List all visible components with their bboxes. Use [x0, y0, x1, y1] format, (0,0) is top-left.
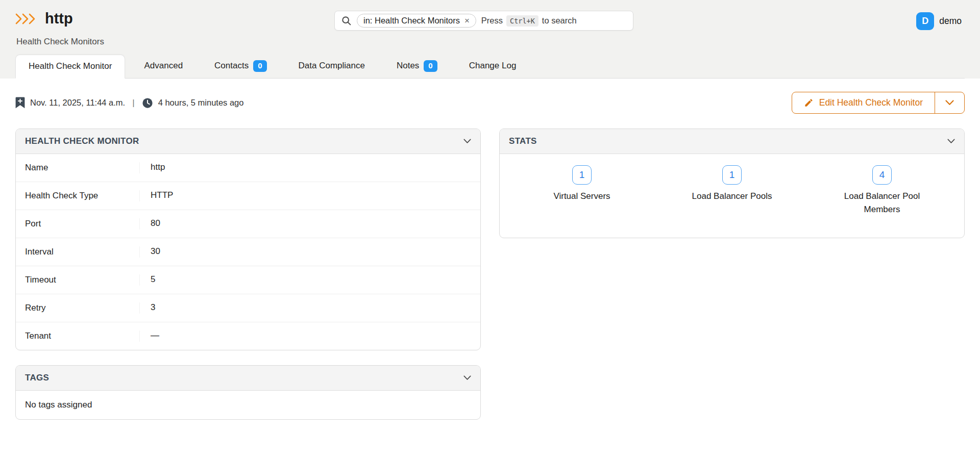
- table-row: Name http: [16, 154, 480, 182]
- edit-split-button: Edit Health Check Monitor: [792, 92, 965, 114]
- attr-label: Timeout: [25, 275, 139, 285]
- tab-label: Contacts: [214, 61, 249, 71]
- edit-dropdown-toggle[interactable]: [935, 92, 964, 113]
- table-row: Port 80: [16, 210, 480, 238]
- stats-card-header: STATS: [500, 129, 964, 154]
- global-search-input[interactable]: in: Health Check Monitors × Press Ctrl+K…: [334, 11, 633, 31]
- record-timestamps: Nov. 11, 2025, 11:44 a.m. | 4 hours, 5 m…: [15, 97, 243, 109]
- keyboard-shortcut-badge: Ctrl+K: [506, 15, 538, 27]
- user-menu[interactable]: D demo: [916, 12, 962, 30]
- created-datetime: Nov. 11, 2025, 11:44 a.m.: [30, 98, 125, 108]
- avatar[interactable]: D: [916, 12, 934, 30]
- tab-notes[interactable]: Notes 0: [384, 55, 450, 78]
- search-icon: [341, 15, 352, 26]
- health-check-monitor-card: HEALTH CHECK MONITOR Name http Health Ch…: [15, 129, 481, 350]
- search-hint-suffix: to search: [542, 16, 577, 26]
- stat-count-button[interactable]: 1: [722, 165, 742, 185]
- attr-value: —: [139, 330, 471, 342]
- tab-contacts[interactable]: Contacts 0: [202, 55, 279, 78]
- attr-label: Name: [25, 163, 139, 173]
- health-check-monitor-card-header: HEALTH CHECK MONITOR: [16, 129, 480, 154]
- tab-bar: Health Check Monitor Advanced Contacts 0…: [15, 55, 965, 79]
- tab-health-check-monitor[interactable]: Health Check Monitor: [15, 55, 125, 79]
- tab-label: Notes: [397, 61, 419, 71]
- page-title: http: [45, 11, 73, 26]
- attr-value: 3: [139, 302, 471, 314]
- bookmark-plus-icon[interactable]: [15, 97, 25, 109]
- chip-close-icon[interactable]: ×: [464, 16, 470, 25]
- table-row: Interval 30: [16, 238, 480, 266]
- attr-label: Health Check Type: [25, 191, 139, 201]
- stat-load-balancer-pool-members: 4 Load Balancer Pool Members: [807, 165, 957, 217]
- tab-change-log[interactable]: Change Log: [456, 55, 529, 78]
- record-meta-row: Nov. 11, 2025, 11:44 a.m. | 4 hours, 5 m…: [15, 91, 965, 115]
- cards-grid: HEALTH CHECK MONITOR Name http Health Ch…: [15, 129, 965, 420]
- collapse-chevron-icon[interactable]: [947, 139, 955, 144]
- table-row: Health Check Type HTTP: [16, 182, 480, 210]
- stat-label: Load Balancer Pools: [692, 190, 772, 203]
- main-content: Nov. 11, 2025, 11:44 a.m. | 4 hours, 5 m…: [0, 79, 980, 435]
- left-column: HEALTH CHECK MONITOR Name http Health Ch…: [15, 129, 481, 420]
- search-scope-label: in: Health Check Monitors: [363, 16, 460, 26]
- brand: http: [15, 11, 73, 26]
- tags-card: TAGS No tags assigned: [15, 365, 481, 420]
- stats-body: 1 Virtual Servers 1 Load Balancer Pools …: [500, 154, 964, 238]
- tags-card-header: TAGS: [16, 366, 480, 391]
- stats-card: STATS 1 Virtual Servers 1 Load Balancer …: [499, 129, 965, 239]
- stat-count-button[interactable]: 4: [872, 165, 892, 185]
- clock-icon: [142, 97, 153, 109]
- card-title: STATS: [509, 136, 537, 146]
- attr-label: Interval: [25, 247, 139, 257]
- search-hint-prefix: Press: [481, 16, 503, 26]
- stat-count-button[interactable]: 1: [572, 165, 592, 185]
- attr-label: Tenant: [25, 331, 139, 341]
- stat-label: Virtual Servers: [553, 190, 610, 203]
- tab-label: Health Check Monitor: [29, 61, 112, 71]
- pencil-icon: [804, 98, 814, 108]
- chevron-down-icon: [945, 100, 954, 106]
- last-updated-relative: 4 hours, 5 minutes ago: [158, 98, 244, 108]
- top-bar: http in: Health Check Monitors × Press C…: [15, 0, 965, 36]
- search-scope-chip[interactable]: in: Health Check Monitors ×: [357, 14, 476, 28]
- attr-value: 30: [139, 246, 471, 258]
- username: demo: [939, 16, 962, 27]
- edit-health-check-monitor-button[interactable]: Edit Health Check Monitor: [792, 92, 935, 113]
- breadcrumb[interactable]: Health Check Monitors: [15, 36, 965, 47]
- right-column: STATS 1 Virtual Servers 1 Load Balancer …: [499, 129, 965, 239]
- table-row: Timeout 5: [16, 266, 480, 294]
- collapse-chevron-icon[interactable]: [463, 375, 471, 380]
- tags-empty-text: No tags assigned: [16, 391, 480, 419]
- card-title: HEALTH CHECK MONITOR: [25, 136, 139, 146]
- attr-label: Port: [25, 219, 139, 229]
- contacts-count-badge: 0: [253, 60, 266, 72]
- tab-label: Advanced: [144, 61, 183, 71]
- card-title: TAGS: [25, 373, 49, 383]
- attr-value: 80: [139, 218, 471, 230]
- stat-label: Load Balancer Pool Members: [827, 190, 937, 217]
- tab-data-compliance[interactable]: Data Compliance: [286, 55, 378, 78]
- notes-count-badge: 0: [424, 60, 437, 72]
- stat-virtual-servers: 1 Virtual Servers: [507, 165, 657, 217]
- attr-value: 5: [139, 274, 471, 286]
- collapse-chevron-icon[interactable]: [463, 139, 471, 144]
- attr-label: Retry: [25, 303, 139, 313]
- page-header: http in: Health Check Monitors × Press C…: [0, 0, 980, 79]
- edit-button-label: Edit Health Check Monitor: [819, 97, 923, 108]
- table-row: Tenant —: [16, 322, 480, 350]
- attr-value: http: [139, 162, 471, 173]
- stat-load-balancer-pools: 1 Load Balancer Pools: [657, 165, 807, 217]
- table-row: Retry 3: [16, 294, 480, 322]
- tab-label: Data Compliance: [299, 61, 365, 71]
- attr-value: HTTP: [139, 190, 471, 201]
- search-hint: Press Ctrl+K to search: [481, 15, 577, 27]
- tab-advanced[interactable]: Advanced: [131, 55, 195, 78]
- meta-separator: |: [132, 98, 134, 108]
- app-logo-icon: [15, 13, 38, 24]
- tab-label: Change Log: [469, 61, 517, 71]
